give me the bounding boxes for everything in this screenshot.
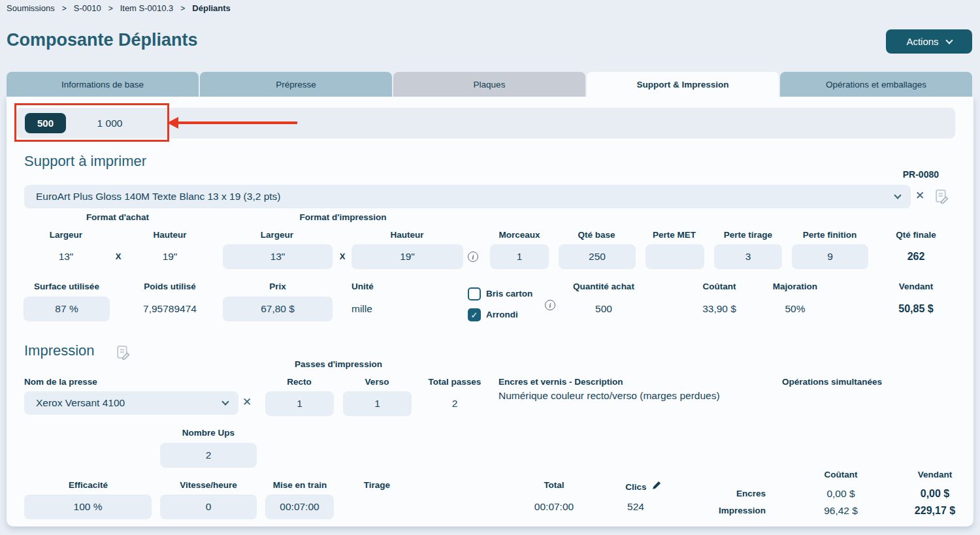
tab-prepresse[interactable]: Prépresse	[200, 72, 392, 97]
value-coutant: 33,90 $	[687, 302, 752, 315]
info-icon[interactable]: i	[545, 300, 555, 310]
input-verso[interactable]: 1	[343, 391, 412, 416]
material-code: PR-0080	[874, 169, 939, 180]
value-total-passes: 2	[422, 397, 487, 410]
app-screen: Soumissions > S-0010 > Item S-0010.3 > D…	[0, 0, 980, 535]
label-total: Total	[521, 480, 587, 491]
label-vitesse-heure: Vitesse/heure	[176, 480, 241, 491]
input-mise-en-train[interactable]: 00:07:00	[265, 494, 334, 519]
label-bris-carton: Bris carton	[486, 289, 558, 299]
input-perte-tirage[interactable]: 3	[714, 244, 782, 269]
input-efficacite[interactable]: 100 %	[24, 494, 152, 519]
tab-informations-de-base[interactable]: Informations de base	[7, 72, 199, 97]
value-unite: mille	[351, 302, 417, 315]
value-majoration: 50%	[762, 302, 828, 315]
section-heading-support: Support à imprimer	[24, 153, 146, 170]
label-perte-met: Perte MET	[642, 230, 707, 240]
presse-clear-icon[interactable]: ✕	[242, 397, 252, 408]
input-perte-finition[interactable]: 9	[792, 244, 868, 269]
label-operations-simultanees: Opérations simultanées	[782, 377, 945, 387]
material-select-value: EuroArt Plus Gloss 140M Texte Blanc 13 x…	[36, 191, 280, 203]
section-heading-impression: Impression	[24, 342, 95, 359]
label-majoration: Majoration	[762, 282, 828, 292]
value-largeur-achat: 13"	[33, 250, 99, 263]
label-perte-finition: Perte finition	[791, 230, 869, 240]
presse-select[interactable]: Xerox Versant 4100	[24, 391, 238, 415]
edit-pencil-icon[interactable]	[651, 480, 662, 493]
input-nombre-ups[interactable]: 2	[160, 443, 257, 468]
value-vendant: 50,85 $	[883, 302, 949, 315]
label-hauteur-impression: Hauteur	[374, 230, 440, 240]
x-separator: X	[336, 251, 349, 261]
tab-operations-emballages[interactable]: Opérations et emballages	[780, 72, 972, 97]
value-encres-coutant: 0,00 $	[808, 487, 874, 500]
label-nombre-ups: Nombre Ups	[160, 428, 257, 438]
tab-support-impression[interactable]: Support & Impression	[587, 72, 779, 97]
group-label-format-impression: Format d'impression	[281, 212, 405, 223]
value-impression-vendant: 229,17 $	[902, 504, 968, 517]
group-label-passes-impression: Passes d'impression	[273, 359, 404, 370]
actions-button[interactable]: Actions	[886, 29, 972, 54]
label-verso: Verso	[344, 377, 410, 387]
input-hauteur-impression[interactable]: 19"	[351, 244, 463, 269]
row-label-encres: Encres	[700, 489, 766, 499]
label-total-passes: Total passes	[419, 377, 491, 387]
breadcrumb-soumissions[interactable]: Soumissions	[7, 3, 55, 13]
label-surface-utilisee: Surface utilisée	[24, 282, 110, 292]
label-tirage: Tirage	[353, 480, 401, 491]
input-qte-base[interactable]: 250	[559, 244, 636, 269]
info-icon[interactable]: i	[468, 251, 478, 262]
input-recto[interactable]: 1	[265, 391, 334, 416]
label-unite: Unité	[351, 282, 417, 292]
page-title: Composante Dépliants	[7, 30, 198, 50]
value-encres-vendant: 0,00 $	[902, 487, 968, 500]
input-perte-met[interactable]	[645, 244, 704, 269]
breadcrumb-separator: >	[108, 4, 113, 13]
label-clics-group: Clics	[608, 480, 679, 493]
header-vendant: Vendant	[902, 470, 968, 480]
chevron-down-icon	[221, 398, 229, 405]
group-label-format-achat: Format d'achat	[69, 212, 167, 223]
arrondi-checkbox[interactable]: ✓	[468, 308, 481, 321]
input-surface-utilisee[interactable]: 87 %	[24, 297, 110, 321]
breadcrumb-item-s0010-3[interactable]: Item S-0010.3	[120, 3, 174, 13]
breadcrumb-s0010[interactable]: S-0010	[74, 3, 101, 13]
label-recto: Recto	[267, 377, 332, 387]
bris-carton-checkbox[interactable]	[468, 287, 481, 300]
x-separator: X	[112, 251, 125, 261]
header-coutant: Coûtant	[808, 470, 874, 480]
label-largeur-achat: Largeur	[33, 230, 99, 240]
breadcrumb-separator: >	[62, 4, 67, 13]
annotation-rectangle	[14, 103, 169, 142]
annotation-arrow-line	[178, 122, 297, 124]
label-qte-finale: Qté finale	[883, 230, 949, 240]
value-clics: 524	[603, 500, 668, 513]
label-encres-vernis: Encres et vernis - Description	[498, 377, 708, 387]
breadcrumb-depliants: Dépliants	[192, 3, 231, 13]
label-vendant: Vendant	[883, 282, 949, 292]
presse-select-value: Xerox Versant 4100	[36, 397, 125, 409]
material-clear-icon[interactable]: ✕	[915, 190, 924, 202]
label-nom-presse: Nom de la presse	[24, 377, 168, 387]
label-hauteur-achat: Hauteur	[137, 230, 203, 240]
label-qte-base: Qté base	[564, 230, 629, 240]
impression-copy-icon[interactable]	[115, 344, 131, 363]
value-impression-coutant: 96,42 $	[808, 504, 874, 517]
input-vitesse-heure[interactable]: 0	[160, 494, 257, 519]
input-prix[interactable]: 67,80 $	[223, 297, 333, 321]
material-select[interactable]: EuroArt Plus Gloss 140M Texte Blanc 13 x…	[24, 185, 911, 208]
label-mise-en-train: Mise en train	[264, 480, 336, 491]
input-morceaux[interactable]: 1	[490, 244, 549, 269]
actions-button-label: Actions	[906, 36, 938, 47]
label-poids-utilise: Poids utilisé	[137, 282, 203, 292]
material-copy-icon[interactable]	[934, 188, 950, 207]
label-coutant: Coûtant	[687, 282, 752, 292]
value-hauteur-achat: 19"	[137, 250, 203, 263]
row-label-impression: Impression	[681, 506, 766, 516]
breadcrumb: Soumissions > S-0010 > Item S-0010.3 > D…	[7, 3, 231, 13]
input-largeur-impression[interactable]: 13"	[223, 244, 333, 269]
label-perte-tirage: Perte tirage	[715, 230, 781, 240]
label-largeur-impression: Largeur	[244, 230, 310, 240]
value-encres-description: Numérique couleur recto/verso (marges pe…	[498, 389, 799, 402]
tab-plaques[interactable]: Plaques	[393, 72, 585, 97]
